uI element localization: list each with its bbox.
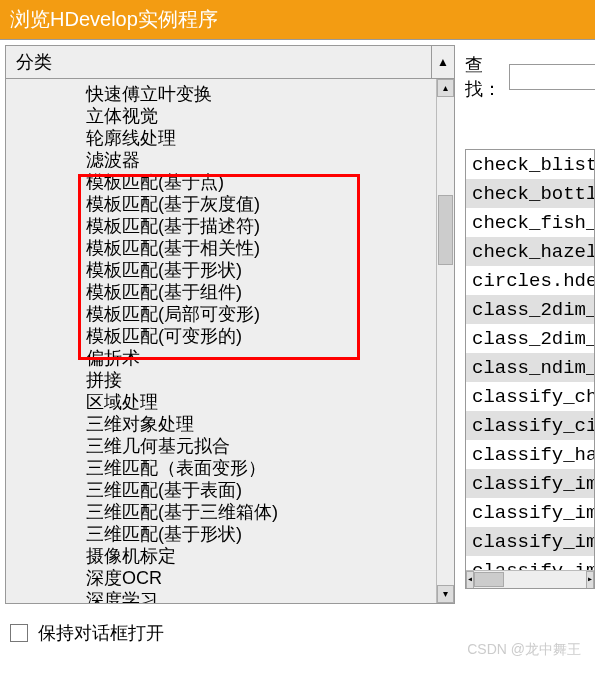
result-row[interactable]: check_hazelr: [466, 237, 594, 266]
tree-item[interactable]: 深度学习: [86, 589, 454, 603]
category-tree[interactable]: 快速傅立叶变换立体视觉轮廓线处理滤波器模板匹配(基于点)模板匹配(基于灰度值)模…: [6, 79, 454, 603]
tree-item[interactable]: 三维对象处理: [86, 413, 454, 435]
scroll-track[interactable]: [474, 571, 586, 588]
horizontal-scrollbar[interactable]: ◂ ▸: [466, 570, 594, 588]
result-row[interactable]: classify_hal: [466, 440, 594, 469]
search-row: 查找：: [465, 53, 595, 101]
scroll-thumb[interactable]: [438, 195, 453, 265]
scroll-track[interactable]: [437, 97, 454, 585]
result-row[interactable]: class_ndim_r: [466, 353, 594, 382]
tree-item[interactable]: 立体视觉: [86, 105, 454, 127]
main-area: 分类 ▲ 快速傅立叶变换立体视觉轮廓线处理滤波器模板匹配(基于点)模板匹配(基于…: [0, 39, 595, 609]
tree-item[interactable]: 快速傅立叶变换: [86, 83, 454, 105]
tree-item[interactable]: 拼接: [86, 369, 454, 391]
search-label: 查找：: [465, 53, 501, 101]
result-row[interactable]: classify_ima: [466, 527, 594, 556]
scroll-right-button[interactable]: ▸: [586, 571, 594, 589]
result-row[interactable]: class_2dim_u: [466, 324, 594, 353]
tree-item[interactable]: 模板匹配(局部可变形): [86, 303, 454, 325]
keep-open-checkbox[interactable]: [10, 624, 28, 642]
tree-item[interactable]: 摄像机标定: [86, 545, 454, 567]
results-panel: 查找： check_blistecheck_bottlecheck_fish_s…: [460, 40, 595, 609]
tree-item[interactable]: 滤波器: [86, 149, 454, 171]
categories-panel: 分类 ▲ 快速傅立叶变换立体视觉轮廓线处理滤波器模板匹配(基于点)模板匹配(基于…: [5, 45, 455, 604]
result-row[interactable]: check_bliste: [466, 150, 594, 179]
tree-item[interactable]: 三维几何基元拟合: [86, 435, 454, 457]
keep-open-label: 保持对话框打开: [38, 621, 164, 645]
results-list[interactable]: check_blistecheck_bottlecheck_fish_schec…: [465, 149, 595, 589]
result-row[interactable]: class_2dim_s: [466, 295, 594, 324]
tree-item[interactable]: 偏折术: [86, 347, 454, 369]
scroll-left-button[interactable]: ◂: [466, 571, 474, 589]
tree-item[interactable]: 模板匹配(基于形状): [86, 259, 454, 281]
tree-item[interactable]: 模板匹配(基于组件): [86, 281, 454, 303]
watermark: CSDN @龙中舞王: [467, 641, 581, 659]
vertical-scrollbar[interactable]: ▴ ▾: [436, 79, 454, 603]
tree-item[interactable]: 模板匹配(基于描述符): [86, 215, 454, 237]
tree-item[interactable]: 深度OCR: [86, 567, 454, 589]
result-row[interactable]: circles.hdev: [466, 266, 594, 295]
tree-item[interactable]: 区域处理: [86, 391, 454, 413]
result-row[interactable]: classify_cit: [466, 411, 594, 440]
tree-item[interactable]: 模板匹配(基于灰度值): [86, 193, 454, 215]
search-input[interactable]: [509, 64, 595, 90]
tree-item[interactable]: 模板匹配(基于点): [86, 171, 454, 193]
scroll-down-button[interactable]: ▾: [437, 585, 454, 603]
result-row[interactable]: classify_ima: [466, 498, 594, 527]
scroll-thumb[interactable]: [474, 572, 504, 587]
result-row[interactable]: classify_ima: [466, 469, 594, 498]
category-header-label: 分类: [6, 46, 432, 78]
window-title: 浏览HDevelop实例程序: [0, 0, 595, 39]
scroll-up-button[interactable]: ▴: [437, 79, 454, 97]
result-row[interactable]: check_fish_s: [466, 208, 594, 237]
tree-item[interactable]: 轮廓线处理: [86, 127, 454, 149]
tree-item[interactable]: 三维匹配（表面变形）: [86, 457, 454, 479]
tree-item[interactable]: 模板匹配(基于相关性): [86, 237, 454, 259]
sort-arrow-icon[interactable]: ▲: [432, 55, 454, 69]
tree-item[interactable]: 模板匹配(可变形的): [86, 325, 454, 347]
category-header[interactable]: 分类 ▲: [6, 46, 454, 79]
tree-item[interactable]: 三维匹配(基于三维箱体): [86, 501, 454, 523]
tree-item[interactable]: 三维匹配(基于形状): [86, 523, 454, 545]
result-row[interactable]: check_bottle: [466, 179, 594, 208]
tree-item[interactable]: 三维匹配(基于表面): [86, 479, 454, 501]
result-row[interactable]: classify_cha: [466, 382, 594, 411]
